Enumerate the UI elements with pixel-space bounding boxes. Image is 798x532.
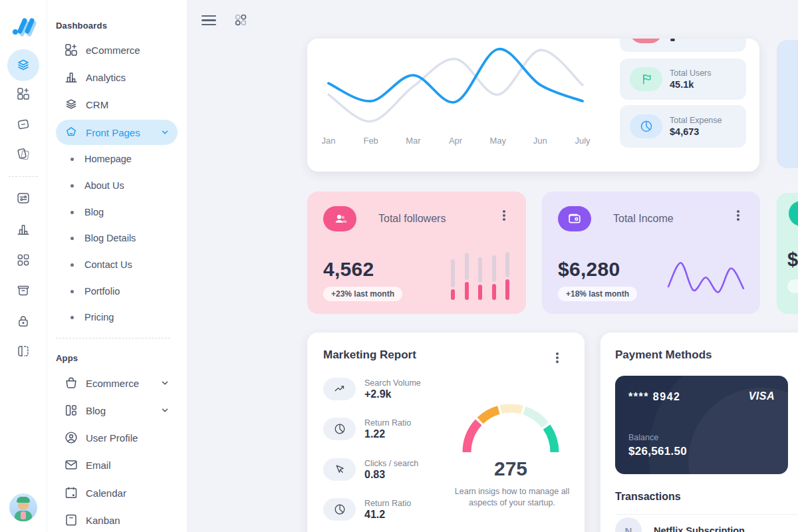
month-label: July: [575, 136, 590, 146]
rail-button-dashboards[interactable]: [7, 49, 39, 81]
sidebar-subitem-label: Homepage: [84, 154, 132, 164]
rail-button-apps[interactable]: [16, 86, 31, 101]
sidebar-subitem-label: Blog: [84, 207, 104, 217]
rail-button-chat[interactable]: [16, 117, 31, 132]
teal-stat-icon: [789, 201, 798, 226]
avatar-cap: [17, 497, 30, 503]
rail-button-charts[interactable]: [16, 222, 31, 237]
sidebar-subitem-contact-us[interactable]: Contact Us: [56, 253, 178, 277]
archive-icon: [16, 283, 31, 298]
sidebar-item-calendar[interactable]: Calendar: [56, 480, 178, 505]
sidebar-subitem-portfolio[interactable]: Portfolio: [56, 279, 178, 303]
sidebar-item-crm[interactable]: CRM: [56, 92, 178, 117]
stat-label: Total Expense: [670, 116, 722, 125]
clipped-stat-text: [670, 39, 675, 41]
stat-label: Total Users: [670, 68, 712, 78]
followers-card: Total followers 4,562 +23% last month: [307, 192, 526, 314]
card-title: Marketing Report: [323, 348, 416, 362]
app-logo[interactable]: [10, 12, 37, 39]
sidebar-item-label: CRM: [86, 99, 108, 110]
blog-layout-icon: [64, 403, 78, 418]
sidebar-menu: Dashboards eCommerce Analytics CRM Front…: [47, 0, 188, 532]
metric-label: Search Volume: [364, 378, 421, 388]
more-options-button[interactable]: [499, 209, 509, 222]
rail-button-layout[interactable]: [16, 344, 31, 358]
clipped-badge: [787, 279, 798, 293]
bullet-icon: [70, 263, 74, 267]
metric-clicks-per-search: Clicks / search 0.83: [323, 458, 418, 481]
calendar-icon: [64, 485, 78, 500]
layers-icon: [15, 57, 31, 73]
metric-search-volume: Search Volume +2.9k: [323, 378, 421, 400]
pentagon-icon: [64, 125, 78, 140]
growth-badge: +18% last month: [558, 287, 637, 301]
sidebar-subitem-blog-details[interactable]: Blog Details: [56, 226, 178, 250]
metric-return-ratio-2: Return Ratio 41.2: [323, 498, 411, 521]
more-options-button[interactable]: [733, 209, 743, 222]
metric-value: 41.2: [364, 509, 411, 521]
sidebar-item-kanban[interactable]: Kanban: [56, 507, 178, 532]
main-content: JanFebMarAprMayJunJuly Total Users 45.1k: [187, 0, 798, 532]
overview-line-chart: [319, 45, 612, 138]
shortcuts-button[interactable]: [233, 13, 248, 27]
followers-value: 4,562: [323, 258, 374, 281]
grid-plus-icon: [16, 86, 31, 101]
metric-label: Clicks / search: [364, 459, 418, 468]
rail-button-auth[interactable]: [16, 314, 31, 329]
lock-icon: [16, 314, 31, 329]
sidebar-item-app-blog[interactable]: Blog: [56, 398, 178, 423]
sidebar-subitem-blog[interactable]: Blog: [56, 200, 178, 224]
menu-toggle-button[interactable]: [201, 15, 216, 25]
section-heading-apps: Apps: [56, 353, 78, 363]
balance-value: $26,561.50: [628, 445, 687, 458]
rail-button-forms[interactable]: [16, 191, 31, 205]
rail-button-pages[interactable]: [16, 147, 31, 162]
sidebar-item-front-pages[interactable]: Front Pages: [56, 120, 178, 145]
sidebar-subitem-label: Blog Details: [84, 233, 136, 243]
followers-mini-bar-chart: [451, 252, 509, 300]
user-circle-icon: [64, 430, 78, 445]
layout-icon: [16, 344, 31, 358]
stat-total-expense: Total Expense $4,673: [620, 105, 746, 148]
payment-methods-card: Payment Methods **** 8942 VISA Balance $…: [600, 332, 798, 532]
bullet-icon: [70, 184, 74, 188]
chevron-down-icon: [160, 406, 170, 415]
sidebar-item-analytics[interactable]: Analytics: [56, 65, 178, 90]
clipped-stat-icon: [630, 39, 662, 43]
user-avatar[interactable]: [9, 493, 37, 521]
partial-card-sales: $: [777, 193, 798, 314]
stat-value: 45.1k: [670, 79, 712, 90]
sidebar-item-email[interactable]: Email: [56, 452, 178, 477]
sidebar-item-label: Blog: [86, 405, 106, 416]
trend-up-icon: [323, 378, 356, 400]
bullet-icon: [70, 316, 74, 319]
cursor-icon: [323, 458, 356, 481]
transaction-row[interactable]: N Netflix Subscription: [615, 517, 745, 532]
income-card: Total Income $6,280 +18% last month: [542, 192, 760, 314]
rail-button-archive[interactable]: [16, 283, 31, 298]
sidebar-subitem-homepage[interactable]: Homepage: [56, 147, 178, 171]
sidebar-subitem-label: About Us: [84, 180, 124, 191]
logo-mark-icon: [10, 12, 37, 39]
month-label: Apr: [449, 136, 462, 146]
more-options-button[interactable]: [553, 351, 562, 364]
followers-person-icon: [323, 206, 356, 231]
income-value: $6,280: [558, 258, 620, 281]
rail-button-components[interactable]: [16, 253, 31, 267]
metric-label: Return Ratio: [364, 418, 411, 428]
divider: [615, 514, 798, 515]
sidebar-subitem-pricing[interactable]: Pricing: [56, 305, 178, 329]
transactions-heading: Transactions: [615, 491, 681, 503]
bullet-icon: [70, 290, 74, 293]
sidebar-item-user-profile[interactable]: User Profile: [56, 425, 178, 450]
sidebar-item-ecommerce-dashboard[interactable]: eCommerce: [56, 37, 178, 63]
sidebar-subitem-about-us[interactable]: About Us: [56, 174, 178, 198]
sidebar-subitem-label: Pricing: [84, 312, 114, 323]
card-title: Total followers: [378, 213, 446, 225]
credit-card[interactable]: **** 8942 VISA Balance $26,561.50: [615, 376, 788, 474]
followers-bar-column: [451, 259, 455, 300]
sidebar-item-app-ecommerce[interactable]: Ecommerce: [56, 370, 178, 396]
shapes-icon: [16, 253, 31, 267]
clipped-value: $: [787, 249, 798, 271]
basket-icon: [64, 376, 78, 390]
